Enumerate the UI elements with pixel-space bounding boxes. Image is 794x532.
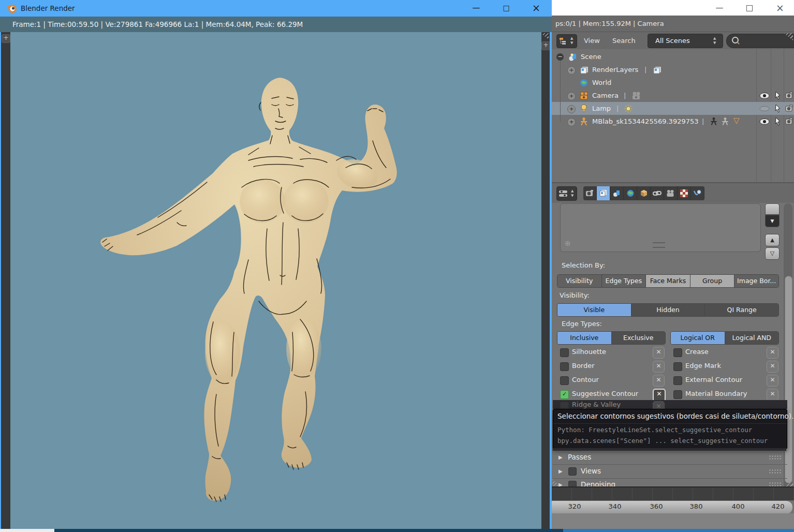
tab-constraints[interactable]: [651, 186, 664, 200]
lineset-specials-menu[interactable]: ▼: [765, 215, 780, 227]
toggle-visibility[interactable]: Visibility: [557, 275, 602, 287]
list-resize-handle[interactable]: [653, 242, 665, 248]
exclude-external-contour-button[interactable]: ✕: [767, 375, 778, 387]
editor-type-button[interactable]: ▲ ▼: [556, 34, 577, 48]
panel-views[interactable]: ▶ Views: [551, 465, 794, 478]
checkbox-crease[interactable]: [673, 348, 682, 357]
outliner-row-renderlayers[interactable]: + RenderLayers |: [551, 64, 794, 76]
close-button[interactable]: ×: [769, 0, 791, 17]
expand-icon[interactable]: +: [567, 66, 576, 75]
denoising-checkbox[interactable]: [568, 481, 577, 486]
close-button[interactable]: ×: [525, 0, 548, 17]
row-label: Camera: [592, 90, 619, 102]
expand-region-button-left[interactable]: +: [2, 34, 10, 43]
collapse-icon[interactable]: −: [556, 53, 564, 61]
menu-search[interactable]: Search: [612, 32, 636, 49]
radio-visible[interactable]: Visible: [557, 304, 631, 316]
lineset-remove-button[interactable]: [765, 203, 780, 215]
chevron-up-icon: ▲: [713, 37, 716, 40]
search-icon-handle: [737, 41, 740, 45]
panel-passes[interactable]: ▶ Passes: [551, 451, 794, 464]
panel-denoising[interactable]: ▶ Denoising: [551, 479, 794, 486]
visibility-eye-icon[interactable]: [759, 92, 770, 99]
minimize-button[interactable]: —: [465, 0, 488, 17]
tooltip-python-line2: bpy.data.scenes["Scene"] ... select_sugg…: [557, 437, 768, 445]
area-corner-grip[interactable]: [540, 33, 549, 39]
visibility-eye-icon[interactable]: [759, 118, 770, 125]
tab-physics[interactable]: [691, 186, 704, 200]
render-window-titlebar[interactable]: Blender Render — □ ×: [0, 0, 552, 17]
panel-drag-dots[interactable]: [769, 455, 782, 461]
visibility-eye-closed-icon[interactable]: [759, 106, 770, 112]
panel-drag-dots[interactable]: [769, 482, 782, 486]
checkbox-label: Suggestive Contour: [572, 390, 638, 397]
toggle-image-border[interactable]: Image Bor...: [734, 275, 778, 287]
toggle-edge-types[interactable]: Edge Types: [602, 275, 646, 287]
timeline-ruler[interactable]: 320 340 360 380 400 420: [551, 500, 792, 514]
outliner-row-camera[interactable]: + Camera |: [551, 90, 794, 102]
toggle-face-marks[interactable]: Face Marks: [646, 275, 690, 287]
selectable-cursor-icon[interactable]: [774, 117, 782, 126]
checkbox-material-boundary[interactable]: [673, 390, 682, 399]
lineset-list[interactable]: ⊕: [560, 203, 761, 252]
radio-inclusive[interactable]: Inclusive: [557, 332, 612, 344]
panel-drag-dots[interactable]: [769, 469, 782, 475]
radio-exclusive[interactable]: Exclusive: [612, 332, 666, 344]
exclude-ridge-valley-button[interactable]: ✕: [653, 401, 665, 409]
tab-world[interactable]: [624, 186, 637, 200]
expand-icon[interactable]: +: [567, 118, 576, 126]
exclude-silhouette-button[interactable]: ✕: [653, 347, 665, 359]
add-lineset-icon[interactable]: ⊕: [565, 239, 571, 247]
exclude-crease-button[interactable]: ✕: [767, 347, 778, 359]
checkbox-suggestive-contour[interactable]: ✓: [560, 390, 569, 399]
panel-divider: [553, 478, 787, 479]
render-restrict-camera-icon[interactable]: [785, 92, 794, 99]
radio-logical-and[interactable]: Logical AND: [725, 332, 779, 344]
tab-object[interactable]: [637, 186, 651, 200]
exclude-border-button[interactable]: ✕: [653, 361, 665, 373]
timeline-strip[interactable]: [551, 486, 794, 500]
selectable-cursor-icon[interactable]: [774, 104, 782, 113]
restore-button[interactable]: [738, 0, 760, 17]
views-checkbox[interactable]: [568, 467, 577, 476]
tab-object-data[interactable]: [664, 186, 678, 200]
scenes-filter-select[interactable]: All Scenes ▲ ▼: [648, 34, 723, 48]
minimize-button[interactable]: —: [708, 0, 731, 17]
render-restrict-camera-icon[interactable]: [785, 105, 794, 112]
tab-scene[interactable]: [610, 186, 624, 200]
checkbox-ridge-valley[interactable]: [560, 402, 569, 409]
exclude-material-boundary-button[interactable]: ✕: [767, 389, 778, 401]
exclude-contour-button[interactable]: ✕: [653, 375, 665, 387]
render-restrict-camera-icon[interactable]: [785, 117, 794, 125]
checkbox-external-contour[interactable]: [673, 376, 682, 385]
editor-type-button[interactable]: ▲ ▼: [556, 186, 577, 201]
outliner-row-scene[interactable]: − Scene: [551, 51, 794, 63]
radio-logical-or[interactable]: Logical OR: [671, 332, 725, 344]
tab-render-layers[interactable]: [597, 186, 610, 200]
expand-icon[interactable]: +: [567, 92, 576, 100]
exclude-edge-mark-button[interactable]: ✕: [767, 361, 778, 373]
radio-hidden[interactable]: Hidden: [631, 304, 705, 316]
radio-qi-range[interactable]: QI Range: [705, 304, 778, 316]
toggle-group[interactable]: Group: [690, 275, 735, 287]
move-up-button[interactable]: ▲: [765, 234, 780, 246]
tab-render[interactable]: [583, 186, 597, 200]
outliner-row-lamp[interactable]: + Lamp |: [551, 102, 794, 115]
checkbox-silhouette[interactable]: [560, 348, 569, 357]
tab-texture[interactable]: [678, 186, 691, 200]
checkbox-edge-mark[interactable]: [673, 362, 682, 371]
search-input[interactable]: [726, 34, 794, 48]
expand-icon[interactable]: +: [567, 105, 576, 113]
partial-row-ridge-valley[interactable]: Ridge & Valley ✕: [553, 400, 787, 409]
menu-view[interactable]: View: [584, 32, 600, 49]
tooltip-python-line1: Python: FreestyleLineSet.select_suggesti…: [557, 426, 752, 434]
render-stats: Frame:1 | Time:00:59.50 | Ve:279861 Fa:4…: [12, 20, 303, 28]
selectable-cursor-icon[interactable]: [774, 91, 782, 100]
outliner-row-mblab[interactable]: + MBlab_sk1534425569.3929753 | ▽: [551, 115, 794, 128]
checkbox-contour[interactable]: [560, 376, 569, 385]
outliner-row-world[interactable]: World: [551, 77, 794, 89]
move-down-button[interactable]: ▽: [765, 247, 780, 260]
checkbox-border[interactable]: [560, 362, 569, 371]
maximize-button[interactable]: □: [495, 0, 518, 17]
expand-region-button-right[interactable]: +: [541, 41, 550, 50]
